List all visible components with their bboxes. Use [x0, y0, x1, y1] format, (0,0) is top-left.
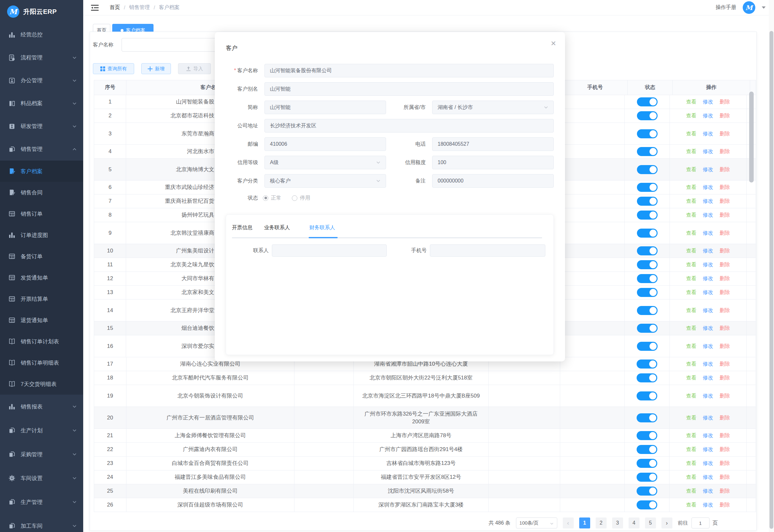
toggle-switch[interactable]	[637, 500, 657, 509]
toggle-switch[interactable]	[637, 260, 658, 269]
view-link[interactable]: 查看	[686, 414, 696, 422]
toggle-switch[interactable]	[637, 288, 658, 297]
delete-link[interactable]: 删除	[719, 197, 730, 205]
edit-link[interactable]: 修改	[703, 112, 713, 120]
delete-link[interactable]: 删除	[719, 446, 730, 453]
view-link[interactable]: 查看	[686, 432, 696, 439]
delete-link[interactable]: 删除	[719, 130, 730, 138]
delete-link[interactable]: 删除	[719, 307, 730, 314]
breadcrumb-item[interactable]: 销售管理	[129, 4, 150, 11]
toggle-switch[interactable]	[637, 445, 657, 454]
page-scrollbar[interactable]	[769, 31, 773, 529]
sidebar-item-发货通知单[interactable]: 发货通知单	[0, 267, 83, 288]
short-name-input[interactable]	[264, 101, 386, 114]
toggle-switch[interactable]	[637, 473, 657, 482]
view-link[interactable]: 查看	[686, 307, 696, 314]
delete-link[interactable]: 删除	[719, 166, 730, 173]
delete-link[interactable]: 删除	[719, 183, 730, 191]
import-button[interactable]: 导入	[178, 63, 211, 74]
view-link[interactable]: 查看	[686, 289, 696, 296]
delete-link[interactable]: 删除	[719, 374, 730, 382]
remark-input[interactable]	[432, 174, 554, 188]
view-link[interactable]: 查看	[686, 392, 696, 400]
toggle-switch[interactable]	[637, 183, 658, 192]
view-link[interactable]: 查看	[686, 112, 696, 120]
delete-link[interactable]: 删除	[719, 459, 730, 467]
view-link[interactable]: 查看	[686, 229, 696, 237]
delete-link[interactable]: 删除	[719, 289, 730, 296]
tab-finance-contact[interactable]: 财务联系人	[309, 224, 335, 231]
delete-link[interactable]: 删除	[719, 324, 730, 332]
edit-link[interactable]: 修改	[703, 247, 713, 255]
edit-link[interactable]: 修改	[703, 473, 713, 481]
toggle-switch[interactable]	[637, 129, 658, 138]
delete-link[interactable]: 删除	[719, 211, 730, 219]
edit-link[interactable]: 修改	[703, 211, 713, 219]
next-page-button[interactable]: ›	[661, 517, 672, 528]
edit-link[interactable]: 修改	[703, 360, 713, 368]
company-address-input[interactable]	[264, 119, 554, 133]
page-button-3[interactable]: 3	[612, 517, 623, 528]
delete-link[interactable]: 删除	[719, 247, 730, 255]
toggle-switch[interactable]	[637, 487, 657, 496]
sidebar-item-客户档案[interactable]: 客户档案	[0, 161, 83, 182]
toggle-switch[interactable]	[637, 165, 658, 174]
avatar[interactable]: M	[743, 1, 755, 14]
edit-link[interactable]: 修改	[703, 275, 713, 282]
edit-link[interactable]: 修改	[703, 307, 713, 314]
mobile-input[interactable]	[430, 244, 545, 257]
toggle-switch[interactable]	[637, 229, 658, 238]
view-link[interactable]: 查看	[686, 247, 696, 255]
page-button-4[interactable]: 4	[629, 517, 640, 528]
edit-link[interactable]: 修改	[703, 197, 713, 205]
view-link[interactable]: 查看	[686, 211, 696, 219]
delete-link[interactable]: 删除	[719, 112, 730, 120]
sidebar-item-生产管理[interactable]: 生产管理	[0, 490, 83, 514]
goto-page-input[interactable]	[691, 517, 709, 528]
breadcrumb-item[interactable]: 客户档案	[159, 4, 180, 11]
sidebar-item-销售订单计划表[interactable]: 销售订单计划表	[0, 331, 83, 352]
sidebar-item-采购管理[interactable]: 采购管理	[0, 442, 83, 466]
sidebar-item-备货订单[interactable]: 备货订单	[0, 246, 83, 267]
edit-link[interactable]: 修改	[703, 374, 713, 382]
edit-link[interactable]: 修改	[703, 487, 713, 495]
delete-link[interactable]: 删除	[719, 342, 730, 350]
toggle-switch[interactable]	[637, 391, 657, 400]
page-button-1[interactable]: 1	[579, 517, 590, 528]
sidebar-item-销售报表[interactable]: 销售报表	[0, 395, 83, 419]
edit-link[interactable]: 修改	[703, 130, 713, 138]
delete-link[interactable]: 删除	[719, 275, 730, 282]
toggle-switch[interactable]	[637, 246, 658, 255]
edit-link[interactable]: 修改	[703, 432, 713, 439]
delete-link[interactable]: 删除	[719, 360, 730, 368]
sidebar-item-流程管理[interactable]: 流程管理	[0, 46, 83, 69]
delete-link[interactable]: 删除	[719, 392, 730, 400]
close-icon[interactable]: ✕	[549, 39, 558, 48]
edit-link[interactable]: 修改	[703, 229, 713, 237]
province-select[interactable]: 湖南省 / 长沙市	[432, 101, 554, 114]
view-link[interactable]: 查看	[686, 360, 696, 368]
view-link[interactable]: 查看	[686, 446, 696, 453]
delete-link[interactable]: 删除	[719, 414, 730, 422]
view-link[interactable]: 查看	[686, 459, 696, 467]
edit-link[interactable]: 修改	[703, 183, 713, 191]
zip-input[interactable]	[264, 137, 386, 151]
sidebar-item-办公管理[interactable]: 办公管理	[0, 69, 83, 92]
alias-input[interactable]	[264, 82, 554, 96]
toggle-switch[interactable]	[637, 459, 657, 468]
toggle-switch[interactable]	[637, 111, 658, 120]
toggle-switch[interactable]	[637, 306, 658, 315]
view-link[interactable]: 查看	[686, 261, 696, 269]
view-link[interactable]: 查看	[686, 473, 696, 481]
delete-link[interactable]: 删除	[719, 148, 730, 155]
phone-input[interactable]	[432, 137, 554, 151]
toggle-switch[interactable]	[637, 197, 658, 206]
edit-link[interactable]: 修改	[703, 166, 713, 173]
toggle-switch[interactable]	[637, 360, 657, 369]
edit-link[interactable]: 修改	[703, 446, 713, 453]
edit-link[interactable]: 修改	[703, 459, 713, 467]
chevron-down-icon[interactable]	[762, 6, 766, 9]
edit-link[interactable]: 修改	[703, 289, 713, 296]
toggle-switch[interactable]	[637, 211, 658, 220]
view-link[interactable]: 查看	[686, 183, 696, 191]
